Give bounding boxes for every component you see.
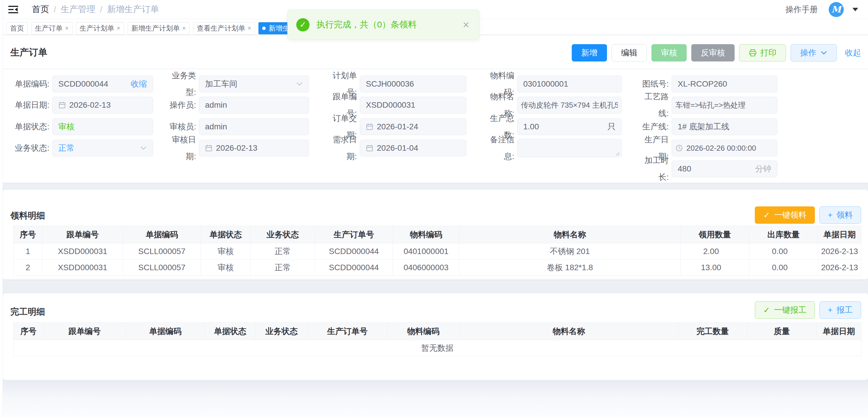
field-doc-status: 单据状态: 审核: [13, 118, 153, 135]
plan-no-input[interactable]: SCJH000036: [360, 76, 466, 92]
success-check-icon: ✓: [296, 18, 310, 31]
toast-message: 执行完成，共（0）条领料: [316, 19, 417, 31]
tab-production-order[interactable]: 生产订单 ×: [31, 22, 72, 34]
field-value: 加工车间: [205, 78, 237, 90]
tab-close-icon[interactable]: ×: [248, 25, 251, 32]
tab-close-icon[interactable]: ×: [117, 25, 120, 32]
table-row[interactable]: 2 XSDD000031 SCLL000057 审核 正常 SCDD000044…: [13, 259, 861, 276]
col-header: 物料编码: [387, 323, 460, 340]
operate-dropdown-button[interactable]: 操作: [790, 44, 837, 62]
field-label: 业务类型:: [164, 67, 199, 101]
add-button[interactable]: 新增: [572, 44, 607, 62]
cell-biz-status: 正常: [251, 259, 315, 276]
tab-close-icon[interactable]: ×: [182, 25, 186, 32]
col-header: 生产订单号: [308, 323, 387, 340]
menu-fold-icon[interactable]: [7, 4, 19, 15]
field-route: 工艺路线: 车钳=>钻孔=>热处理: [637, 97, 777, 114]
picking-buttons: ✓ 一键领料 + 领料: [750, 206, 861, 224]
breadcrumb-level3[interactable]: 新增生产订单: [107, 3, 159, 15]
material-code-input[interactable]: 0301000001: [517, 76, 622, 92]
avatar[interactable]: M: [829, 2, 844, 17]
one-key-report-button[interactable]: ✓ 一键报工: [755, 301, 814, 319]
field-label: 加工时长:: [637, 152, 672, 186]
collapsed-sidebar[interactable]: [0, 0, 3, 418]
audit-button[interactable]: 审核: [651, 44, 687, 62]
tab-close-icon[interactable]: ×: [65, 25, 69, 32]
prod-date-input[interactable]: 2026-02-26 00:00:00: [672, 140, 777, 157]
resize-grip-icon[interactable]: [615, 151, 620, 156]
biz-status-select[interactable]: 正常: [52, 140, 153, 157]
chevron-down-icon: [820, 51, 827, 55]
duration-input[interactable]: 480 分钟: [672, 161, 777, 177]
button-label: 一键报工: [774, 304, 806, 316]
tab-view-production-plan[interactable]: 查看生产计划单 ×: [193, 22, 255, 34]
page-bottom-background: [3, 380, 868, 418]
unaudit-button[interactable]: 反审核: [691, 44, 735, 62]
cell-follow-no: XSDD000031: [42, 243, 123, 259]
doc-code-input[interactable]: SCDD000044 收缩: [52, 76, 153, 92]
order-header-card: 生产订单 新增 编辑 审核 反审核 打印 操作: [3, 35, 868, 183]
user-menu-caret-icon[interactable]: [852, 8, 858, 11]
auditor-input[interactable]: admin: [199, 118, 309, 135]
chevron-down-icon: [296, 82, 303, 86]
tab-home[interactable]: 首页: [6, 22, 28, 34]
breadcrumb-home[interactable]: 首页: [32, 3, 49, 15]
follow-no-input[interactable]: XSDD000031: [360, 97, 466, 114]
completion-section-title: 完工明细: [10, 306, 45, 318]
tab-label: 首页: [10, 24, 24, 33]
table-row[interactable]: 1 XSDD000031 SCLL000057 审核 正常 SCDD000044…: [13, 243, 861, 259]
col-header: 质量: [747, 323, 816, 340]
edit-button[interactable]: 编辑: [612, 44, 647, 62]
cell-doc-code-link[interactable]: SCLL000057: [123, 243, 201, 259]
completion-detail-card: 完工明细 ✓ 一键报工 + 报工 序号 跟单编号 单据编码: [3, 293, 868, 380]
cell-seq: 2: [13, 259, 42, 276]
collapse-panel-link[interactable]: 收起: [845, 47, 861, 58]
page-title: 生产订单: [10, 46, 48, 59]
field-value: 2026-01-04: [377, 143, 418, 153]
report-button[interactable]: + 报工: [819, 301, 861, 319]
doc-status-input[interactable]: 审核: [52, 118, 153, 135]
shrink-link[interactable]: 收缩: [131, 78, 147, 90]
drawing-no-input[interactable]: XL-RCOP260: [672, 76, 777, 92]
route-input[interactable]: 车钳=>钻孔=>热处理: [672, 97, 777, 114]
app-root: 首页 / 生产管理 / 新增生产订单 操作手册 M 首页 生产订单 × 生产计划…: [0, 0, 868, 418]
remark-textarea[interactable]: [517, 139, 622, 157]
audit-date-input[interactable]: 2026-02-13: [199, 140, 309, 157]
print-button[interactable]: 打印: [739, 44, 786, 62]
tab-add-production-plan[interactable]: 新增生产计划单 ×: [128, 22, 190, 34]
manual-link[interactable]: 操作手册: [785, 4, 818, 15]
field-value: 1# 底架加工线: [678, 121, 730, 132]
demand-date-input[interactable]: 2026-01-04: [360, 140, 466, 157]
tab-production-plan[interactable]: 生产计划单 ×: [76, 22, 124, 34]
col-header: 领用数量: [681, 226, 749, 243]
check-icon: ✓: [763, 211, 770, 220]
order-actions: 新增 编辑 审核 反审核 打印 操作: [567, 44, 861, 62]
empty-placeholder: 暂无数据: [13, 340, 861, 356]
col-header: 单据状态: [205, 323, 255, 340]
breadcrumb-level2[interactable]: 生产管理: [61, 3, 95, 15]
field-value: 0301000001: [523, 79, 568, 89]
order-due-input[interactable]: 2026-01-24: [360, 118, 466, 135]
one-key-pick-button[interactable]: ✓ 一键领料: [755, 206, 814, 224]
cell-seq: 1: [13, 243, 42, 259]
cell-order-no: SCDD000044: [315, 243, 393, 259]
pick-button[interactable]: + 领料: [819, 206, 861, 224]
cell-doc-code-link[interactable]: SCLL000057: [123, 259, 201, 276]
field-biz-type: 业务类型: 加工车间: [164, 76, 309, 92]
total-qty-input[interactable]: 1.00 只: [517, 118, 622, 135]
col-header: 单据日期: [816, 323, 861, 340]
success-toast: ✓ 执行完成，共（0）条领料 ×: [287, 9, 479, 40]
col-header: 序号: [13, 226, 42, 243]
field-demand-date: 需求日期: 2026-01-04: [325, 140, 466, 157]
biz-type-select[interactable]: 加工车间: [199, 76, 309, 92]
col-header: 单据编码: [123, 226, 201, 243]
toast-close-icon[interactable]: ×: [463, 19, 469, 30]
col-header: 跟单编号: [43, 323, 126, 340]
tab-label: 新增生产计划单: [131, 24, 180, 33]
plus-icon: +: [828, 306, 833, 315]
picking-table: 序号 跟单编号 单据编码 单据状态 业务状态 生产订单号 物料编码 物料名称 领…: [13, 226, 861, 276]
operator-input[interactable]: admin: [199, 97, 309, 114]
doc-date-input[interactable]: 2026-02-13: [52, 97, 153, 114]
line-input[interactable]: 1# 底架加工线: [672, 118, 777, 135]
material-name-input[interactable]: 传动皮轮件 735×794 主机孔54: [517, 97, 622, 114]
